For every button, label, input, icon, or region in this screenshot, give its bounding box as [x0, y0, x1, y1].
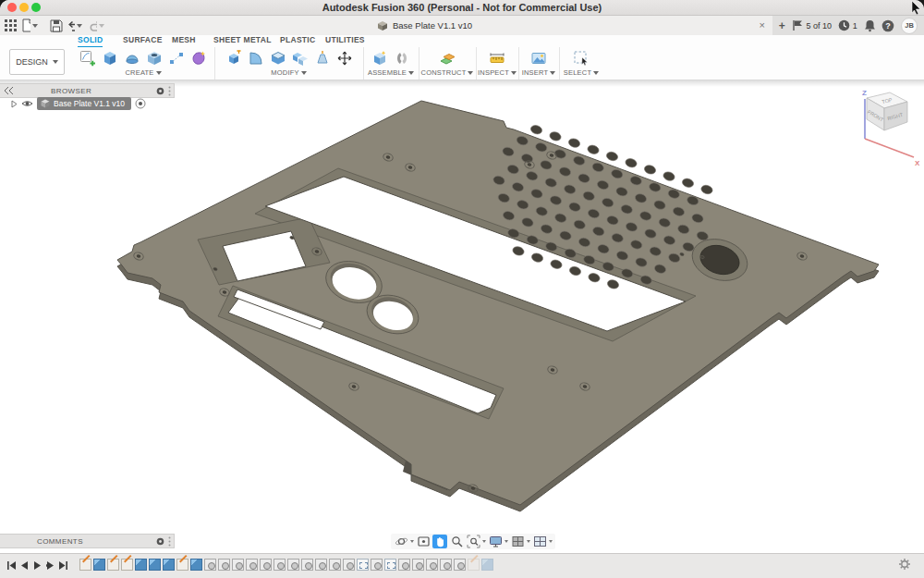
panel-options-icon[interactable] — [156, 87, 164, 95]
viewports-menu-caret[interactable] — [549, 540, 553, 543]
timeline-feature-hole[interactable] — [218, 559, 230, 571]
timeline-feature-extrude[interactable] — [135, 559, 147, 571]
select-menu-label[interactable]: SELECT — [564, 68, 591, 77]
workspace-selector[interactable]: DESIGN — [9, 49, 65, 75]
fit-menu-caret[interactable] — [482, 540, 486, 543]
redo-icon[interactable] — [89, 18, 104, 33]
timeline-feature-hole[interactable] — [260, 559, 272, 571]
select-icon[interactable] — [572, 49, 590, 68]
step-back-icon[interactable] — [18, 559, 30, 572]
construct-menu-label[interactable]: CONSTRUCT — [421, 68, 467, 77]
hole-icon[interactable] — [145, 49, 164, 68]
revolve-icon[interactable] — [123, 49, 141, 68]
timeline-feature-hole[interactable] — [315, 559, 327, 571]
timeline-settings-gear-icon[interactable] — [898, 558, 910, 571]
step-forward-icon[interactable] — [44, 559, 56, 572]
create-sketch-icon[interactable] — [79, 49, 97, 68]
timeline-feature-sketch-ghost[interactable] — [468, 559, 480, 571]
timeline-feature-sketch[interactable] — [107, 559, 119, 571]
version-badge[interactable]: 5 of 10 — [792, 19, 833, 31]
joint-icon[interactable] — [393, 49, 411, 68]
insert-image-icon[interactable] — [529, 49, 548, 68]
timeline-feature-hole[interactable] — [274, 559, 286, 571]
create-menu-label[interactable]: CREATE — [125, 68, 153, 77]
collapse-panel-icon[interactable] — [5, 87, 14, 94]
measure-icon[interactable] — [488, 49, 506, 68]
timeline-feature-hole[interactable] — [287, 559, 299, 571]
inspect-menu-label[interactable]: INSPECT — [478, 68, 509, 77]
press-pull-icon[interactable] — [225, 49, 243, 68]
base-plate-model[interactable] — [117, 101, 879, 511]
assemble-menu-label[interactable]: ASSEMBLE — [368, 68, 407, 77]
activate-component-icon[interactable] — [135, 98, 146, 109]
visibility-eye-icon[interactable] — [21, 99, 33, 108]
timeline-feature-hole[interactable] — [301, 559, 313, 571]
offset-face-icon[interactable] — [313, 49, 332, 68]
timeline-feature-pattern[interactable] — [357, 559, 369, 571]
panel-grip-handle[interactable] — [168, 536, 171, 547]
app-grid-icon[interactable] — [3, 18, 18, 33]
timeline-feature-pattern[interactable] — [384, 559, 396, 571]
pan-icon[interactable] — [432, 535, 447, 548]
document-tab[interactable]: Base Plate V1.1 v10 — [368, 16, 481, 35]
construct-plane-icon[interactable] — [438, 49, 456, 68]
timeline-feature-extrude[interactable] — [190, 559, 202, 571]
notification-bell-icon[interactable] — [864, 19, 876, 32]
panel-grip-handle[interactable] — [168, 86, 171, 96]
look-at-icon[interactable] — [416, 535, 431, 548]
extrude-icon[interactable] — [101, 49, 119, 68]
timeline-feature-extrude[interactable] — [163, 559, 175, 571]
grid-settings-icon[interactable] — [510, 535, 525, 548]
go-to-start-icon[interactable] — [6, 559, 18, 572]
orbit-menu-caret[interactable] — [410, 540, 414, 543]
viewport[interactable]: Z X TOP FRONT RIGHT — [0, 80, 924, 552]
timeline-feature-sketch[interactable] — [121, 559, 133, 571]
timeline-feature-hole[interactable] — [412, 559, 424, 571]
timeline-feature-hole[interactable] — [232, 559, 244, 571]
viewports-icon[interactable] — [532, 535, 547, 548]
comments-panel-header[interactable]: COMMENTS — [0, 534, 175, 548]
history-badge[interactable]: 1 — [838, 19, 857, 31]
new-tab-icon[interactable]: + — [779, 19, 785, 32]
zoom-icon[interactable] — [449, 535, 464, 548]
timeline-feature-sketch[interactable] — [176, 559, 188, 571]
grid-menu-caret[interactable] — [527, 540, 530, 543]
timeline-feature-extrude[interactable] — [149, 559, 161, 571]
play-icon[interactable] — [31, 559, 43, 572]
fit-icon[interactable] — [466, 535, 480, 548]
timeline-feature-extrude[interactable] — [93, 559, 105, 571]
form-icon[interactable] — [189, 49, 208, 68]
shell-icon[interactable] — [269, 49, 287, 68]
panel-options-icon[interactable] — [156, 537, 164, 546]
timeline-feature-extrude-ghost[interactable] — [481, 559, 493, 571]
help-icon[interactable]: ? — [881, 19, 894, 32]
save-icon[interactable] — [48, 18, 64, 33]
timeline-feature-sketch[interactable] — [79, 559, 91, 571]
browser-item-root[interactable]: Base Plate V1.1 v10 — [37, 97, 131, 110]
sketch-dimension-icon[interactable] — [167, 49, 186, 68]
expand-node-icon[interactable] — [11, 100, 18, 108]
scene-canvas[interactable]: Z X TOP FRONT RIGHT — [0, 80, 924, 552]
fillet-icon[interactable] — [247, 49, 265, 68]
timeline-feature-hole[interactable] — [329, 559, 341, 571]
display-settings-icon[interactable] — [488, 535, 503, 548]
orbit-icon[interactable] — [394, 535, 408, 548]
timeline-feature-hole[interactable] — [440, 559, 452, 571]
tab-mesh[interactable]: MESH — [172, 35, 196, 46]
close-tab-icon[interactable]: × — [760, 18, 765, 31]
avatar[interactable]: JB — [901, 18, 918, 34]
tab-sheet-metal[interactable]: SHEET METAL — [213, 35, 272, 46]
view-cube[interactable]: Z X TOP FRONT RIGHT — [862, 89, 920, 167]
timeline-feature-hole[interactable] — [246, 559, 258, 571]
modify-menu-label[interactable]: MODIFY — [271, 68, 298, 77]
move-icon[interactable] — [335, 49, 354, 68]
timeline-feature-hole[interactable] — [343, 559, 355, 571]
undo-icon[interactable] — [67, 18, 82, 33]
go-to-end-icon[interactable] — [57, 559, 69, 572]
tab-utilities[interactable]: UTILITIES — [325, 35, 365, 46]
tab-surface[interactable]: SURFACE — [123, 35, 163, 46]
file-icon[interactable] — [22, 18, 38, 33]
new-component-icon[interactable] — [371, 49, 389, 68]
tab-plastic[interactable]: PLASTIC — [280, 35, 315, 46]
display-menu-caret[interactable] — [505, 540, 508, 543]
